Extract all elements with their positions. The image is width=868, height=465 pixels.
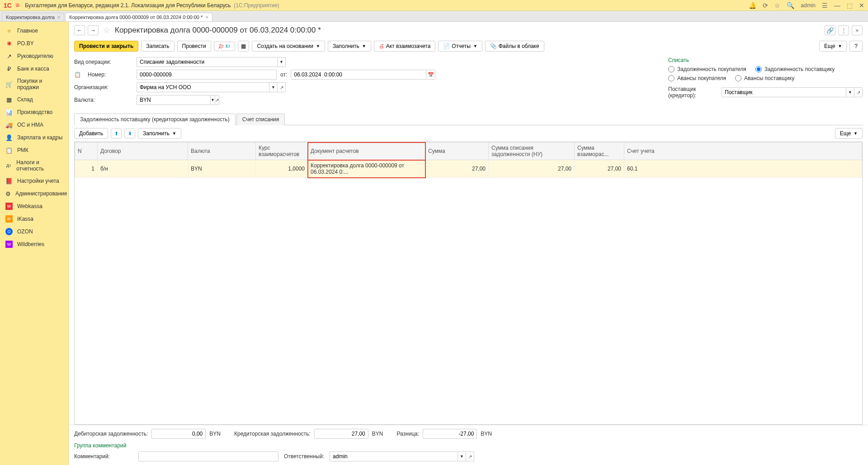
- nav-settings[interactable]: 📕Настройки учета: [0, 175, 68, 187]
- dropdown-icon[interactable]: ▼: [846, 87, 854, 97]
- nav-manager[interactable]: ↗Руководителю: [0, 50, 68, 62]
- credit-value[interactable]: [314, 429, 368, 439]
- nav-hr[interactable]: 👤Зарплата и кадры: [0, 131, 68, 144]
- comment-input[interactable]: [138, 451, 278, 461]
- col-doc[interactable]: Документ расчетов: [308, 142, 425, 160]
- dropdown-icon[interactable]: ▼: [211, 95, 215, 105]
- currency-label: Валюта:: [74, 97, 133, 103]
- nav-sales[interactable]: 🛒Покупки и продажи: [0, 75, 68, 93]
- col-calc[interactable]: Сумма взаиморас...: [575, 142, 624, 160]
- table-more-button[interactable]: Еще▼: [835, 128, 863, 139]
- operation-input[interactable]: [137, 57, 278, 67]
- col-contract[interactable]: Договор: [98, 142, 188, 160]
- nav-ozon[interactable]: OOZON: [0, 225, 68, 238]
- col-rate[interactable]: Курс взаиморасчетов: [256, 142, 308, 160]
- radio-buyer-debt[interactable]: Задолженность покупателя: [668, 66, 746, 72]
- table-row[interactable]: 1 б/н BYN 1,0000 Корректировка долга 000…: [75, 160, 862, 178]
- page-title: Корректировка долга 0000-000009 от 06.03…: [115, 26, 321, 35]
- search-icon[interactable]: 🔍: [787, 2, 794, 9]
- tab-1[interactable]: Корректировка долга×: [2, 13, 64, 21]
- history-icon[interactable]: ⟳: [763, 2, 768, 9]
- col-account[interactable]: Счет учета: [624, 142, 862, 160]
- tabbar: Корректировка долга× Корректировка долга…: [0, 11, 868, 22]
- debit-value[interactable]: [151, 429, 206, 439]
- nav-webkassa[interactable]: WWebkassa: [0, 200, 68, 213]
- reports-button[interactable]: 📄Отчеты▼: [438, 41, 482, 52]
- nav-poby[interactable]: ✱PO.BY: [0, 37, 68, 50]
- minimize-icon[interactable]: —: [834, 2, 840, 9]
- nav-warehouse[interactable]: ▦Склад: [0, 93, 68, 106]
- write-button[interactable]: Записать: [141, 41, 174, 52]
- date-input[interactable]: [291, 70, 426, 80]
- help-button[interactable]: ?: [849, 41, 863, 52]
- structure-icon[interactable]: ▦: [238, 41, 249, 52]
- nav-tax[interactable]: ДтНалоги и отчетность: [0, 157, 68, 175]
- favorite-icon[interactable]: ☆: [103, 25, 110, 35]
- nav-admin[interactable]: ⚙Администрирование: [0, 187, 68, 200]
- sidebar: ≡Главное ✱PO.BY ↗Руководителю ₽Банк и ка…: [0, 22, 69, 465]
- more-icon[interactable]: ⋮: [838, 25, 849, 35]
- nav-rmk[interactable]: 📋РМК: [0, 144, 68, 157]
- comment-group-link[interactable]: Группа комментарий: [74, 442, 863, 449]
- supplier-input[interactable]: [722, 87, 846, 97]
- col-n[interactable]: N: [75, 142, 98, 160]
- move-up-button[interactable]: ⬆: [111, 128, 122, 138]
- dropdown-icon[interactable]: ▼: [278, 57, 286, 67]
- add-button[interactable]: Добавить: [74, 128, 108, 139]
- move-down-button[interactable]: ⬇: [124, 128, 135, 138]
- user-label[interactable]: admin: [801, 2, 816, 9]
- bell-icon[interactable]: 🔔: [749, 2, 756, 9]
- col-currency[interactable]: Валюта: [188, 142, 256, 160]
- debit-currency: BYN: [209, 431, 221, 437]
- post-close-button[interactable]: Провести и закрыть: [74, 41, 138, 52]
- nav-ikassa[interactable]: iKiKassa: [0, 213, 68, 225]
- tab-close-icon[interactable]: ×: [57, 14, 60, 20]
- col-writeoff[interactable]: Сумма списания задолженности (НУ): [489, 142, 575, 160]
- table-fill-button[interactable]: Заполнить▼: [138, 128, 181, 139]
- radio-buyer-advance[interactable]: Авансы покупателя: [668, 75, 726, 81]
- currency-input[interactable]: [137, 95, 211, 105]
- maximize-icon[interactable]: ⬚: [847, 2, 853, 9]
- nav-main[interactable]: ≡Главное: [0, 24, 68, 37]
- diff-value[interactable]: [423, 429, 477, 439]
- radio-supplier-advance[interactable]: Авансы поставщику: [735, 75, 794, 81]
- forward-button[interactable]: →: [88, 25, 99, 35]
- responsible-input[interactable]: [330, 451, 458, 461]
- star-icon[interactable]: ☆: [774, 2, 780, 9]
- create-based-button[interactable]: Создать на основании▼: [252, 41, 325, 52]
- radio-supplier-debt[interactable]: Задолженность поставщику: [755, 66, 835, 72]
- close-page-icon[interactable]: ×: [852, 25, 863, 35]
- nav-assets[interactable]: 🚚ОС и НМА: [0, 119, 68, 131]
- close-icon[interactable]: ✕: [859, 2, 864, 9]
- calendar-icon[interactable]: 📅: [426, 70, 435, 80]
- diff-currency: BYN: [481, 431, 492, 437]
- tab-2[interactable]: Корректировка долга 0000-000009 от 06.03…: [65, 13, 212, 21]
- tab-close-icon[interactable]: ×: [205, 14, 208, 20]
- col-sum[interactable]: Сумма: [425, 142, 489, 160]
- credit-label: Кредиторская задолженность:: [234, 431, 311, 437]
- org-input[interactable]: [137, 82, 269, 92]
- open-icon[interactable]: ↗: [215, 95, 219, 105]
- data-table[interactable]: N Договор Валюта Курс взаиморасчетов Док…: [74, 142, 863, 425]
- post-button[interactable]: Провести: [177, 41, 211, 52]
- fill-button[interactable]: Заполнить▼: [328, 41, 371, 52]
- tab-writeoff-account[interactable]: Счет списания: [236, 114, 285, 125]
- nav-production[interactable]: 📊Производство: [0, 106, 68, 119]
- open-icon[interactable]: ↗: [278, 82, 286, 92]
- open-icon[interactable]: ↗: [854, 87, 863, 97]
- nav-bank[interactable]: ₽Банк и касса: [0, 62, 68, 75]
- dropdown-icon[interactable]: ▼: [269, 82, 278, 92]
- files-button[interactable]: 📎Файлы в облаке: [485, 41, 544, 52]
- tab-debt[interactable]: Задолженность поставщику (кредиторская з…: [74, 114, 236, 125]
- back-button[interactable]: ←: [74, 25, 85, 35]
- nav-wildberries[interactable]: WWildberries: [0, 238, 68, 251]
- more-button[interactable]: Еще▼: [819, 41, 847, 52]
- menu-icon[interactable]: ≡: [15, 1, 19, 9]
- open-icon[interactable]: ↗: [466, 451, 474, 461]
- settings-icon[interactable]: ☰: [822, 2, 828, 9]
- link-icon[interactable]: 🔗: [825, 25, 835, 35]
- dtkt-icon[interactable]: ДтКт: [214, 42, 236, 51]
- number-input[interactable]: [137, 70, 277, 80]
- act-button[interactable]: 🖨Акт взаимозачета: [374, 41, 436, 52]
- dropdown-icon[interactable]: ▼: [458, 451, 466, 461]
